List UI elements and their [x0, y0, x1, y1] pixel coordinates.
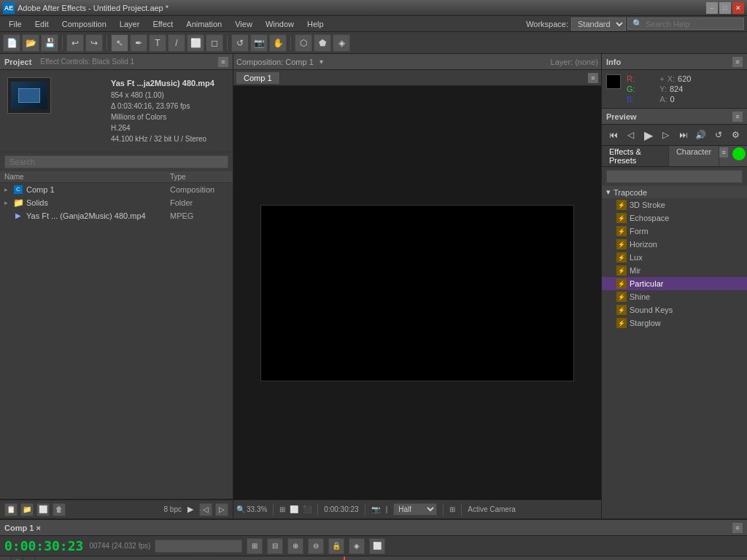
ctrl-icon-1[interactable]: ⊞ — [279, 505, 285, 513]
effect-lux[interactable]: ⚡ Lux — [602, 251, 747, 264]
r-label: R: — [627, 74, 635, 83]
camera-tool[interactable]: 📷 — [250, 34, 268, 52]
skip-to-end-button[interactable]: ⏭ — [676, 128, 691, 142]
effect-horizon[interactable]: ⚡ Horizon — [602, 238, 747, 251]
panel-menu-button[interactable]: ≡ — [218, 57, 228, 67]
menu-layer[interactable]: Layer — [114, 18, 146, 30]
info-panel-menu[interactable]: ≡ — [732, 57, 743, 67]
timeline-search-input[interactable] — [155, 540, 242, 553]
selection-tool[interactable]: ↖ — [111, 34, 128, 52]
comp-panel-menu[interactable]: ≡ — [588, 73, 598, 83]
step-forward-button[interactable]: ▷ — [659, 128, 673, 142]
effect-controls-tab[interactable]: Effect Controls: Black Solid 1 — [40, 58, 134, 66]
new-project-button[interactable]: 📄 — [3, 34, 20, 52]
brush-tool[interactable]: / — [168, 34, 185, 52]
effect-starglow[interactable]: ⚡ Starglow — [602, 316, 747, 330]
effect-icon-starglow: ⚡ — [616, 318, 627, 328]
preview-options[interactable]: ⚙ — [729, 128, 743, 142]
character-tab[interactable]: Character — [669, 146, 719, 166]
trapcode-group: ▾ Trapcode ⚡ 3D Stroke ⚡ Echospace ⚡ For… — [602, 186, 747, 330]
trapcode-label: Trapcode — [614, 188, 647, 197]
play-button[interactable]: ▶ — [641, 128, 656, 142]
clone-tool[interactable]: ⬜ — [187, 34, 204, 52]
menu-composition[interactable]: Composition — [56, 18, 112, 30]
pan-tool[interactable]: ✋ — [269, 34, 287, 52]
comp-tab-1[interactable]: Comp 1 — [236, 72, 280, 84]
menu-help[interactable]: Help — [301, 18, 330, 30]
audio-button[interactable]: 🔊 — [694, 128, 708, 142]
workspace-select[interactable]: Standard — [571, 18, 626, 31]
effects-presets-tab[interactable]: Effects & Presets — [602, 146, 669, 166]
close-button[interactable]: ✕ — [732, 2, 744, 14]
effect-echospace[interactable]: ⚡ Echospace — [602, 211, 747, 225]
undo-button[interactable]: ↩ — [66, 34, 84, 52]
toolbar: 📄 📂 💾 ↩ ↪ ↖ ✒ T / ⬜ ◻ ↺ 📷 ✋ ⬡ ⬟ ◈ — [0, 32, 747, 54]
comp-controls: ⊞ ⬜ ⬛ — [279, 505, 311, 513]
tl-ctrl-7[interactable]: ⬜ — [369, 538, 385, 554]
ctrl-icon-2[interactable]: ⬜ — [290, 505, 298, 513]
step-back-button[interactable]: ◁ — [624, 128, 638, 142]
ctrl-icon-3[interactable]: ⬛ — [303, 505, 311, 513]
menu-effect[interactable]: Effect — [147, 18, 179, 30]
prev-nav-button[interactable]: ◁ — [199, 503, 212, 516]
open-button[interactable]: 📂 — [22, 34, 39, 52]
list-item[interactable]: ▶ Yas Ft ... (Ganja2Music) 480.mp4 MPEG — [0, 209, 233, 222]
project-panel: Project Effect Controls: Black Solid 1 ≡… — [0, 54, 233, 499]
new-folder-button[interactable]: 📁 — [20, 503, 34, 516]
effect-shine[interactable]: ⚡ Shine — [602, 290, 747, 303]
new-item-button[interactable]: 📋 — [4, 503, 18, 516]
tl-ctrl-2[interactable]: ⊟ — [267, 538, 283, 554]
file-item-type: Composition — [170, 185, 228, 194]
project-search-input[interactable] — [4, 155, 228, 168]
shape-tool[interactable]: ⬟ — [314, 34, 331, 52]
effect-name-shine: Shine — [630, 292, 650, 301]
loop-button[interactable]: ↺ — [711, 128, 726, 142]
effect-particular[interactable]: ⚡ Particular — [602, 277, 747, 290]
save-button[interactable]: 💾 — [41, 34, 58, 52]
tl-ctrl-6[interactable]: ◈ — [349, 538, 365, 554]
delete-button[interactable]: 🗑 — [53, 503, 66, 516]
list-item[interactable]: ▸ 📁 Solids Folder — [0, 196, 233, 209]
timeline-panel-menu[interactable]: ≡ — [732, 523, 743, 533]
effect-mir[interactable]: ⚡ Mir — [602, 264, 747, 277]
text-tool[interactable]: T — [149, 34, 166, 52]
effect-name-echospace: Echospace — [630, 214, 669, 222]
effect-3d-stroke[interactable]: ⚡ 3D Stroke — [602, 198, 747, 211]
menu-animation[interactable]: Animation — [180, 18, 228, 30]
list-item[interactable]: ▸ C Comp 1 Composition — [0, 183, 233, 196]
tl-ctrl-5[interactable]: 🔒 — [328, 538, 344, 554]
maximize-button[interactable]: □ — [719, 2, 731, 14]
effect-form[interactable]: ⚡ Form — [602, 225, 747, 238]
group-arrow-icon: ▾ — [606, 187, 611, 197]
skip-to-start-button[interactable]: ⏮ — [606, 128, 621, 142]
file-preview-area: Yas Ft ...ja2Music) 480.mp4 854 x 480 (1… — [0, 70, 233, 152]
eraser-tool[interactable]: ◻ — [206, 34, 223, 52]
timeline-controls: 0:00:30:23 00744 (24.032 fps) ⊞ ⊟ ⊕ ⊖ 🔒 … — [0, 536, 747, 556]
minimize-button[interactable]: − — [706, 2, 718, 14]
pen-tool[interactable]: ✒ — [130, 34, 147, 52]
search-input[interactable] — [646, 20, 740, 28]
effect-sound-keys[interactable]: ⚡ Sound Keys — [602, 303, 747, 316]
quality-select[interactable]: Half Full Quarter — [393, 503, 437, 516]
rotate-tool[interactable]: ↺ — [231, 34, 249, 52]
trapcode-group-header[interactable]: ▾ Trapcode — [602, 186, 747, 198]
tl-ctrl-4[interactable]: ⊖ — [308, 538, 324, 554]
effects-search-input[interactable] — [606, 170, 743, 183]
y-value-row: Y: 824 — [659, 85, 691, 93]
next-nav-button[interactable]: ▷ — [215, 503, 228, 516]
effects-panel-menu[interactable]: ≡ — [719, 147, 728, 158]
dependencies-button[interactable]: ⬜ — [36, 503, 50, 516]
menu-file[interactable]: File — [3, 18, 28, 30]
mask-tool[interactable]: ⬡ — [295, 34, 312, 52]
menu-view[interactable]: View — [229, 18, 258, 30]
tl-ctrl-1[interactable]: ⊞ — [247, 538, 263, 554]
menu-edit[interactable]: Edit — [29, 18, 55, 30]
puppet-tool[interactable]: ◈ — [333, 34, 350, 52]
redo-button[interactable]: ↪ — [85, 34, 103, 52]
menu-window[interactable]: Window — [260, 18, 300, 30]
playhead[interactable] — [344, 556, 345, 561]
preview-panel-menu[interactable]: ≡ — [732, 112, 743, 122]
color-depth-button[interactable]: ▶ — [187, 505, 193, 514]
timecode-display: 0:00:30:23 — [324, 505, 358, 513]
tl-ctrl-3[interactable]: ⊕ — [287, 538, 303, 554]
